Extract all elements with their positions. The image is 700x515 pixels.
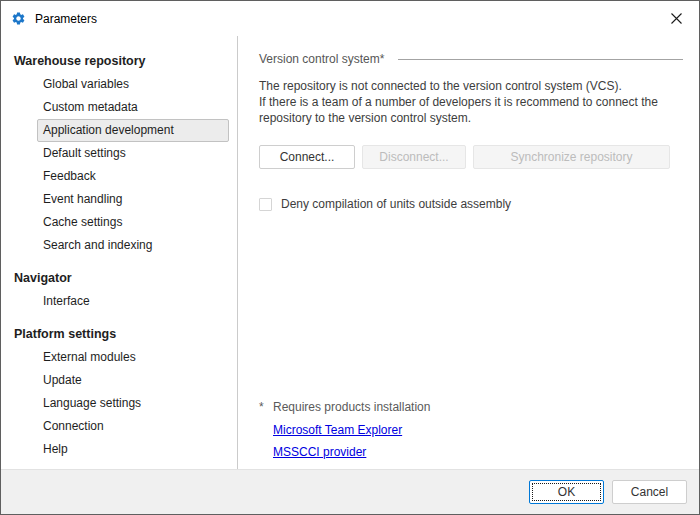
sidebar-header-warehouse-repository: Warehouse repository bbox=[1, 50, 237, 73]
connect-button[interactable]: Connect... bbox=[259, 145, 355, 169]
msscci-provider-link[interactable]: MSSCCI provider bbox=[273, 445, 683, 459]
gear-icon bbox=[11, 11, 26, 26]
vcs-description-line1: The repository is not connected to the v… bbox=[259, 78, 683, 94]
ok-button[interactable]: OK bbox=[529, 480, 604, 504]
sidebar-item-application-development[interactable]: Application development bbox=[37, 119, 229, 142]
section-divider bbox=[398, 59, 683, 60]
footnote-asterisk: * bbox=[259, 400, 273, 414]
sidebar-item-custom-metadata[interactable]: Custom metadata bbox=[37, 96, 229, 119]
main-panel: Version control system* The repository i… bbox=[238, 36, 699, 469]
vcs-description: The repository is not connected to the v… bbox=[259, 78, 683, 126]
parameters-dialog: Parameters Warehouse repository Global v… bbox=[0, 0, 700, 515]
section-title: Version control system* bbox=[259, 52, 384, 66]
sidebar-item-default-settings[interactable]: Default settings bbox=[37, 142, 229, 165]
sidebar-item-cache-settings[interactable]: Cache settings bbox=[37, 211, 229, 234]
sidebar-item-feedback[interactable]: Feedback bbox=[37, 165, 229, 188]
sidebar-item-external-modules[interactable]: External modules bbox=[37, 346, 229, 369]
sidebar-item-connection[interactable]: Connection bbox=[37, 415, 229, 438]
vcs-description-line2: If there is a team of a number of develo… bbox=[259, 94, 683, 126]
synchronize-repository-button: Synchronize repository bbox=[473, 145, 670, 169]
vcs-button-row: Connect... Disconnect... Synchronize rep… bbox=[259, 145, 683, 169]
sidebar-item-update[interactable]: Update bbox=[37, 369, 229, 392]
sidebar-item-event-handling[interactable]: Event handling bbox=[37, 188, 229, 211]
install-links: Microsoft Team Explorer MSSCCI provider bbox=[273, 423, 683, 459]
dialog-footer: OK Cancel bbox=[1, 469, 699, 514]
sidebar-item-search-and-indexing[interactable]: Search and indexing bbox=[37, 234, 229, 257]
sidebar-item-help[interactable]: Help bbox=[37, 438, 229, 461]
section-header: Version control system* bbox=[259, 52, 683, 66]
close-button[interactable] bbox=[654, 1, 699, 36]
sidebar-item-language-settings[interactable]: Language settings bbox=[37, 392, 229, 415]
window-title: Parameters bbox=[35, 12, 97, 26]
footnote-text: Requires products installation bbox=[273, 400, 430, 414]
titlebar: Parameters bbox=[1, 1, 699, 36]
sidebar-item-global-variables[interactable]: Global variables bbox=[37, 73, 229, 96]
deny-compilation-label: Deny compilation of units outside assemb… bbox=[281, 197, 511, 211]
cancel-button[interactable]: Cancel bbox=[612, 480, 687, 504]
close-icon bbox=[671, 13, 682, 24]
disconnect-button: Disconnect... bbox=[362, 145, 466, 169]
sidebar-header-platform-settings: Platform settings bbox=[1, 323, 237, 346]
sidebar: Warehouse repository Global variables Cu… bbox=[1, 36, 238, 469]
deny-compilation-checkbox[interactable] bbox=[259, 198, 272, 211]
footnote: * Requires products installation bbox=[259, 400, 683, 414]
sidebar-item-interface[interactable]: Interface bbox=[37, 290, 229, 313]
deny-compilation-row: Deny compilation of units outside assemb… bbox=[259, 197, 683, 211]
microsoft-team-explorer-link[interactable]: Microsoft Team Explorer bbox=[273, 423, 683, 437]
sidebar-header-navigator: Navigator bbox=[1, 267, 237, 290]
dialog-body: Warehouse repository Global variables Cu… bbox=[1, 36, 699, 469]
footnote-block: * Requires products installation Microso… bbox=[259, 400, 683, 459]
